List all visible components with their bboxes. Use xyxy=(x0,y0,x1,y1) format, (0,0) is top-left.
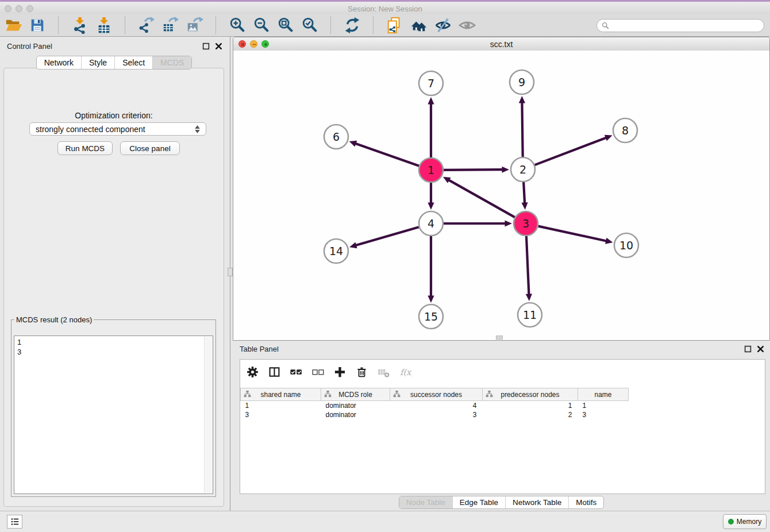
task-history-button[interactable] xyxy=(7,515,22,529)
graph-node-1[interactable]: 1 xyxy=(419,158,443,182)
import-network-icon[interactable] xyxy=(71,17,88,34)
close-panel-icon[interactable] xyxy=(215,43,222,50)
tab-motifs[interactable]: Motifs xyxy=(568,496,603,508)
graph-node-2[interactable]: 2 xyxy=(511,157,535,182)
table-cell[interactable]: 3 xyxy=(578,410,629,419)
table-cell[interactable]: 4 xyxy=(390,401,483,411)
virtual-column-icon xyxy=(244,390,251,398)
float-panel-icon[interactable] xyxy=(202,43,210,50)
tab-style[interactable]: Style xyxy=(81,56,114,69)
close-table-panel-icon[interactable] xyxy=(757,345,764,353)
graph-node-14[interactable]: 14 xyxy=(324,239,348,263)
table-cell[interactable]: dominator xyxy=(321,410,390,419)
graph-node-4[interactable]: 4 xyxy=(419,211,443,236)
main-toolbar xyxy=(0,14,770,37)
zoom-selected-icon[interactable] xyxy=(301,17,318,34)
graph-edge-2-8[interactable] xyxy=(535,138,606,165)
graph-edge-3-1[interactable] xyxy=(449,180,515,217)
table-cell[interactable]: 1 xyxy=(483,401,578,411)
tab-network[interactable]: Network xyxy=(37,56,81,69)
graph-edge-arrowhead xyxy=(428,97,434,105)
table-cell[interactable]: 1 xyxy=(578,401,629,411)
graph-node-7[interactable]: 7 xyxy=(419,71,443,95)
open-file-icon[interactable] xyxy=(5,17,22,34)
add-column-icon[interactable] xyxy=(333,365,346,379)
deselect-all-icon[interactable] xyxy=(311,365,325,379)
import-table-icon[interactable] xyxy=(95,17,113,34)
search-input[interactable] xyxy=(612,20,759,32)
optimization-criterion-select[interactable]: strongly connected component xyxy=(29,122,206,136)
graph-edge-1-6[interactable] xyxy=(355,144,419,166)
memory-button[interactable]: Memory xyxy=(723,514,767,529)
column-header-shared-name[interactable]: shared name xyxy=(241,388,321,401)
home-view-icon[interactable] xyxy=(410,17,428,34)
svg-text:9: 9 xyxy=(518,76,525,88)
table-row[interactable]: 3dominator323 xyxy=(241,410,629,419)
export-network-icon[interactable] xyxy=(138,17,155,34)
tab-node-table[interactable]: Node Table xyxy=(399,496,452,508)
tab-mcds[interactable]: MCDS xyxy=(152,56,191,69)
graph-edge-3-11[interactable] xyxy=(526,236,529,295)
graph-edge-2-9[interactable] xyxy=(522,102,522,157)
network-canvas[interactable]: 7968124314101511 xyxy=(233,51,769,340)
clone-network-icon[interactable] xyxy=(386,17,403,34)
run-mcds-button[interactable]: Run MCDS xyxy=(57,141,113,155)
select-all-icon[interactable] xyxy=(290,365,303,379)
column-header-successor-nodes[interactable]: successor nodes xyxy=(390,388,483,401)
tab-select[interactable]: Select xyxy=(114,56,152,69)
zoom-in-icon[interactable] xyxy=(229,17,246,34)
window-title: Session: New Session xyxy=(0,5,770,13)
graph-node-15[interactable]: 15 xyxy=(419,304,443,329)
table-row[interactable]: 1dominator411 xyxy=(241,401,629,411)
search-box[interactable] xyxy=(596,19,764,32)
zoom-fit-icon[interactable] xyxy=(277,17,294,34)
column-header-name[interactable]: name xyxy=(578,388,629,401)
control-panel-title: Control Panel xyxy=(7,42,52,51)
graph-node-11[interactable]: 11 xyxy=(518,303,542,327)
graph-edge-arrowhead xyxy=(349,242,357,248)
table-cell[interactable]: dominator xyxy=(321,401,390,411)
tab-network-table[interactable]: Network Table xyxy=(505,496,568,508)
graph-node-3[interactable]: 3 xyxy=(514,211,538,236)
table-cell[interactable]: 3 xyxy=(241,410,321,419)
export-image-icon[interactable] xyxy=(186,17,203,34)
horizontal-splitter-handle[interactable] xyxy=(496,336,503,340)
show-columns-icon[interactable] xyxy=(268,365,281,379)
graph-node-9[interactable]: 9 xyxy=(510,70,534,94)
graph-node-6[interactable]: 6 xyxy=(324,125,348,149)
float-table-panel-icon[interactable] xyxy=(744,345,752,353)
svg-text:6: 6 xyxy=(333,130,340,143)
column-header-predecessor-nodes[interactable]: predecessor nodes xyxy=(483,388,578,401)
export-table-icon[interactable] xyxy=(162,17,179,34)
memory-label: Memory xyxy=(737,518,761,526)
zoom-out-icon[interactable] xyxy=(253,17,270,34)
node-table: shared nameMCDS rolesuccessor nodesprede… xyxy=(240,388,629,419)
table-cell[interactable]: 3 xyxy=(390,410,483,419)
table-panel-header: Table Panel xyxy=(233,343,770,356)
graph-node-8[interactable]: 8 xyxy=(613,118,637,142)
table-cell[interactable]: 1 xyxy=(241,401,321,411)
save-session-icon[interactable] xyxy=(29,17,46,34)
apply-layout-icon[interactable] xyxy=(344,17,361,34)
network-window-titlebar[interactable]: scc.txt xyxy=(233,37,769,51)
result-scrollbar[interactable] xyxy=(204,337,212,493)
vertical-splitter-handle[interactable] xyxy=(228,268,233,276)
table-options-icon[interactable] xyxy=(246,365,259,379)
tab-edge-table[interactable]: Edge Table xyxy=(452,496,505,508)
graph-edge-2-3[interactable] xyxy=(523,182,525,203)
svg-text:7: 7 xyxy=(428,77,434,90)
toolbar-separator xyxy=(58,17,59,34)
column-header-MCDS-role[interactable]: MCDS role xyxy=(321,388,390,401)
graph-edge-3-10[interactable] xyxy=(538,226,606,241)
hide-details-icon[interactable] xyxy=(434,17,452,34)
close-panel-button[interactable]: Close panel xyxy=(120,141,180,155)
graph-edge-1-2[interactable] xyxy=(444,169,503,170)
graph-edge-arrowhead xyxy=(519,96,525,103)
delete-column-icon[interactable] xyxy=(355,365,368,379)
graph-node-10[interactable]: 10 xyxy=(614,233,638,257)
network-graph[interactable]: 7968124314101511 xyxy=(233,51,769,340)
svg-text:1: 1 xyxy=(428,164,434,176)
mcds-result-list[interactable]: 13 xyxy=(14,336,213,494)
graph-edge-4-14[interactable] xyxy=(356,227,419,245)
table-cell[interactable]: 2 xyxy=(483,410,578,419)
